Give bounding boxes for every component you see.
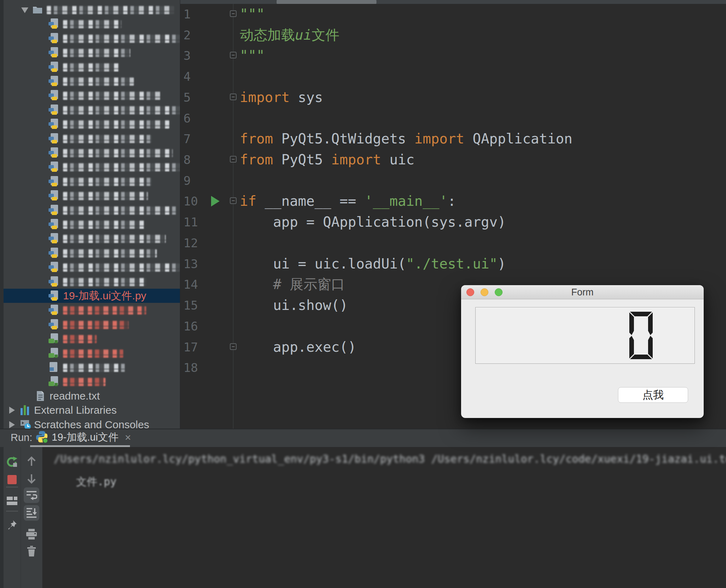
tree-item-redacted[interactable] xyxy=(4,31,180,45)
code-line-2[interactable]: 动态加载ui文件 xyxy=(240,25,339,45)
line-number: 2 xyxy=(183,25,212,45)
down-arrow-button[interactable] xyxy=(24,471,39,487)
tree-item-redacted[interactable] xyxy=(4,160,180,174)
tree-item-redacted[interactable] xyxy=(4,17,180,31)
code-token: """ xyxy=(240,47,265,63)
qt-window-titlebar[interactable]: Form xyxy=(461,285,704,299)
redacted-filename xyxy=(63,163,180,171)
code-line-8[interactable]: from PyQt5 import uic xyxy=(240,149,414,170)
pin-button[interactable] xyxy=(4,517,20,533)
tree-item-redacted[interactable] xyxy=(4,146,180,160)
tree-item-redacted[interactable] xyxy=(4,45,180,60)
tree-item-redacted[interactable] xyxy=(4,203,180,217)
tree-item-External-Libraries[interactable]: External Libraries xyxy=(4,403,180,417)
code-line-14[interactable]: # 展示窗口 xyxy=(240,274,345,295)
code-line-5[interactable]: import sys xyxy=(240,87,323,108)
tree-item-redacted[interactable] xyxy=(4,374,180,389)
printer-button[interactable] xyxy=(24,526,39,542)
tree-item-redacted[interactable] xyxy=(4,131,180,146)
tree-item-redacted[interactable] xyxy=(4,360,180,374)
redacted-filename xyxy=(63,149,173,157)
tree-item-redacted[interactable] xyxy=(4,303,180,317)
python-file-icon xyxy=(48,47,59,58)
python-file-icon xyxy=(48,75,59,87)
code-token: '__main__' xyxy=(364,193,448,209)
tree-item-19--.ui-.py[interactable]: 19-加载.ui文件.py xyxy=(4,289,180,303)
up-arrow-button[interactable] xyxy=(24,453,39,469)
tree-item-redacted[interactable] xyxy=(4,217,180,231)
tree-item-redacted[interactable] xyxy=(4,346,180,360)
fold-marker[interactable]: − xyxy=(230,197,237,204)
code-line-15[interactable]: ui.show() xyxy=(240,295,348,316)
qt-form-window[interactable]: Form 点我 xyxy=(461,285,704,418)
text-file-icon xyxy=(35,390,45,402)
redacted-filename xyxy=(63,49,130,57)
softwrap-icon xyxy=(26,490,37,501)
trash-button[interactable] xyxy=(24,543,39,559)
code-line-10[interactable]: if __name__ == '__main__': xyxy=(240,191,456,211)
line-number: 9 xyxy=(183,170,212,191)
tree-item-redacted[interactable] xyxy=(4,174,180,188)
python-file-icon xyxy=(48,133,59,144)
chevron-down-icon[interactable] xyxy=(21,7,28,13)
scroll-end-button[interactable] xyxy=(24,505,39,521)
fold-marker[interactable]: − xyxy=(230,52,237,58)
python-file-icon xyxy=(48,204,59,216)
tree-item-redacted[interactable] xyxy=(4,103,180,117)
chevron-right-icon[interactable] xyxy=(9,421,15,428)
tree-item-readme.txt[interactable]: readme.txt xyxy=(4,389,180,403)
chevron-right-icon[interactable] xyxy=(9,407,15,414)
code-token: ui xyxy=(295,27,312,43)
rerun-button[interactable] xyxy=(4,454,20,470)
redacted-filename xyxy=(63,120,169,129)
lcd-number-display xyxy=(475,307,695,364)
code-token: uic xyxy=(381,152,414,168)
close-icon[interactable]: × xyxy=(125,431,131,443)
redacted-filename xyxy=(63,306,146,315)
tree-item-redacted[interactable] xyxy=(4,231,180,245)
tree-item-Scratches-and-Consoles[interactable]: Scratches and Consoles xyxy=(4,418,180,429)
code-line-17[interactable]: app.exec() xyxy=(240,337,356,357)
editor-top-scrollbar-thumb[interactable] xyxy=(277,0,376,4)
fold-marker[interactable]: − xyxy=(230,94,237,100)
code-token: import xyxy=(414,131,464,147)
fold-marker[interactable]: − xyxy=(230,343,237,350)
click-me-button[interactable]: 点我 xyxy=(618,387,688,403)
tree-item-redacted[interactable] xyxy=(4,188,180,203)
fold-marker[interactable]: − xyxy=(230,156,237,163)
line-number: 5 xyxy=(183,87,212,108)
redacted-filename xyxy=(63,249,157,258)
code-line-3[interactable]: """ xyxy=(240,45,265,66)
tree-item-redacted[interactable] xyxy=(4,88,180,102)
code-line-11[interactable]: app = QApplication(sys.argv) xyxy=(240,212,506,232)
green-file-icon xyxy=(48,333,59,344)
stop-button[interactable] xyxy=(4,472,20,487)
layout-button[interactable] xyxy=(4,493,20,509)
tree-item-redacted[interactable] xyxy=(4,60,180,74)
code-token: from xyxy=(240,131,273,147)
tree-item-redacted[interactable] xyxy=(4,74,180,88)
tree-item-redacted[interactable] xyxy=(4,246,180,260)
python-file-icon xyxy=(48,118,59,130)
run-gutter-icon[interactable] xyxy=(211,196,220,207)
python-file-icon xyxy=(48,18,59,29)
code-line-7[interactable]: from PyQt5.QtWidgets import QApplication xyxy=(240,129,572,149)
line-number: 16 xyxy=(183,316,212,337)
tree-item-redacted[interactable] xyxy=(4,260,180,274)
run-tab[interactable]: 19-加载.ui文件 × xyxy=(35,429,131,445)
redacted-filename xyxy=(63,20,121,28)
softwrap-button[interactable] xyxy=(24,487,39,503)
project-tree-panel[interactable]: 19-加载.ui文件.pyreadme.txtExternal Librarie… xyxy=(4,0,180,429)
tree-item-redacted[interactable] xyxy=(4,275,180,289)
tree-item-redacted[interactable] xyxy=(4,2,180,17)
tree-item-redacted[interactable] xyxy=(4,317,180,332)
run-console-output[interactable]: /Users/nzinlulor.lcy/python_virtual_env/… xyxy=(42,447,726,588)
code-line-13[interactable]: ui = uic.loadUi("./test.ui") xyxy=(240,254,506,274)
line-number: 13 xyxy=(183,254,212,274)
line-number: 10 xyxy=(183,191,212,211)
tree-item-redacted[interactable] xyxy=(4,332,180,346)
tree-item-redacted[interactable] xyxy=(4,117,180,131)
fold-marker[interactable]: − xyxy=(230,10,237,17)
code-line-1[interactable]: """ xyxy=(240,4,265,24)
printer-icon xyxy=(26,529,37,539)
